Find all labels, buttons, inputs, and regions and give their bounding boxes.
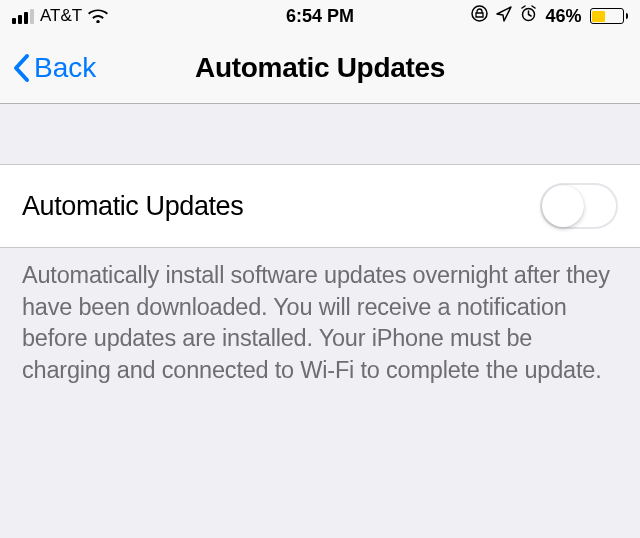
battery-percent: 46%: [545, 6, 581, 27]
row-label: Automatic Updates: [22, 191, 243, 222]
nav-bar: Back Automatic Updates: [0, 32, 640, 104]
page-title: Automatic Updates: [195, 52, 445, 84]
toggle-knob: [542, 185, 584, 227]
carrier-label: AT&T: [40, 6, 82, 26]
alarm-icon: [520, 5, 537, 27]
status-right: 46%: [471, 5, 628, 27]
back-label: Back: [34, 52, 96, 84]
footer-description: Automatically install software updates o…: [0, 248, 640, 399]
chevron-left-icon: [12, 53, 30, 83]
wifi-icon: [88, 9, 108, 23]
status-left: AT&T: [12, 6, 108, 26]
back-button[interactable]: Back: [12, 52, 96, 84]
orientation-lock-icon: [471, 5, 488, 27]
battery-icon: [590, 8, 629, 24]
status-time: 6:54 PM: [286, 6, 354, 27]
content-area: Automatic Updates Automatically install …: [0, 104, 640, 399]
automatic-updates-toggle[interactable]: [540, 183, 618, 229]
automatic-updates-row[interactable]: Automatic Updates: [0, 164, 640, 248]
cellular-signal-icon: [12, 9, 34, 24]
location-icon: [496, 6, 512, 27]
status-bar: AT&T 6:54 PM 46%: [0, 0, 640, 32]
